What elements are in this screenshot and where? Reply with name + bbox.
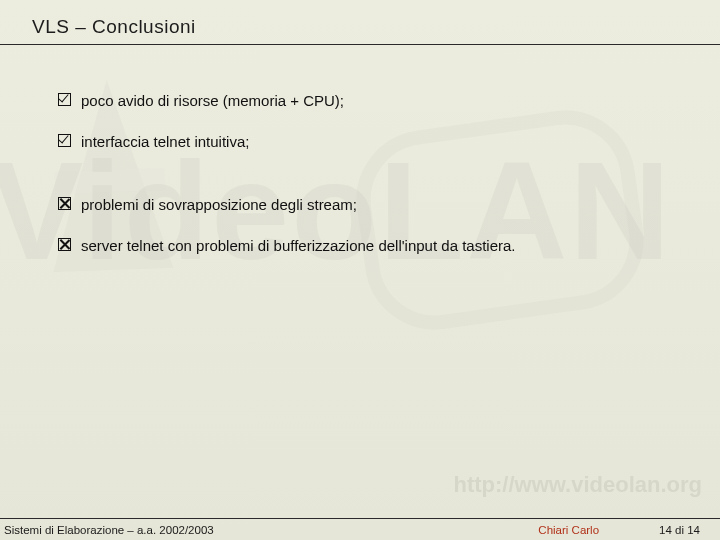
footer-page: 14 di 14 (659, 524, 700, 536)
slide: VideoLAN http://www.videolan.org VLS – C… (0, 0, 720, 540)
title-bar: VLS – Conclusioni (0, 16, 720, 45)
footer-left: Sistemi di Elaborazione – a.a. 2002/2003 (4, 524, 538, 536)
watermark-text-url: http://www.videolan.org (453, 472, 702, 498)
checkbox-checked-icon (58, 134, 71, 147)
bullet-text: server telnet con problemi di bufferizza… (81, 235, 516, 256)
checkbox-checked-icon (58, 93, 71, 106)
group-separator (58, 172, 680, 194)
footer-author: Chiari Carlo (538, 524, 599, 536)
bullet-negative: server telnet con problemi di bufferizza… (58, 235, 680, 256)
checkbox-crossed-icon (58, 197, 71, 210)
bullet-text: interfaccia telnet intuitiva; (81, 131, 249, 152)
bullet-positive: interfaccia telnet intuitiva; (58, 131, 680, 152)
bullet-text: problemi di sovrapposizione degli stream… (81, 194, 357, 215)
bullet-negative: problemi di sovrapposizione degli stream… (58, 194, 680, 215)
bullet-positive: poco avido di risorse (memoria + CPU); (58, 90, 680, 111)
slide-title: VLS – Conclusioni (32, 16, 688, 38)
slide-content: poco avido di risorse (memoria + CPU); i… (58, 90, 680, 276)
bullet-text: poco avido di risorse (memoria + CPU); (81, 90, 344, 111)
checkbox-crossed-icon (58, 238, 71, 251)
slide-footer: Sistemi di Elaborazione – a.a. 2002/2003… (0, 518, 720, 540)
